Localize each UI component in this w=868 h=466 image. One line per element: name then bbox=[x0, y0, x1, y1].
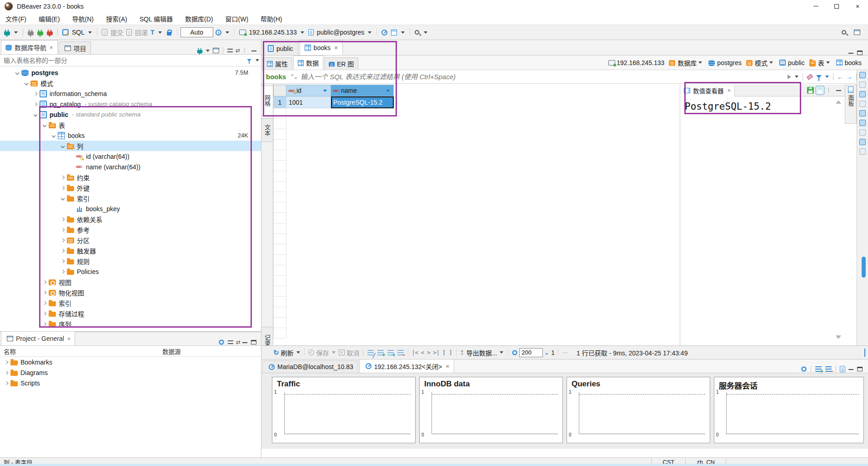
breadcrumb-dropdown-icon[interactable] bbox=[826, 61, 830, 64]
new-connection-icon[interactable] bbox=[4, 31, 10, 35]
value-viewer-tab[interactable]: 数值查看器 × bbox=[680, 85, 735, 96]
tree-item-node5[interactable]: 表 bbox=[0, 120, 261, 130]
tree-item-node22[interactable]: 索引 bbox=[0, 298, 261, 308]
sql-filter-input[interactable] bbox=[301, 73, 786, 81]
empty-row-number-cell[interactable] bbox=[273, 276, 286, 286]
breadcrumb-item-[interactable]: 表 bbox=[809, 58, 832, 67]
maximize-button[interactable] bbox=[826, 0, 847, 12]
lock-icon[interactable] bbox=[167, 32, 171, 35]
breadcrumb-item-[interactable]: 模式 bbox=[746, 58, 775, 67]
column-header-name[interactable]: 名称 bbox=[0, 347, 162, 356]
minimize-button[interactable] bbox=[805, 0, 826, 12]
export-dropdown[interactable] bbox=[500, 351, 503, 354]
dashboard-maximize-icon[interactable] bbox=[857, 367, 863, 371]
empty-row-number-cell[interactable] bbox=[273, 150, 286, 161]
cell-id[interactable]: 1001 bbox=[286, 96, 331, 108]
tx-mode-combo[interactable]: Auto bbox=[181, 27, 213, 37]
editor-maximize-icon[interactable] bbox=[857, 51, 863, 55]
goto-row-icon[interactable]: [ ] bbox=[442, 350, 452, 356]
tab-books[interactable]: books × bbox=[300, 40, 343, 55]
tree-item-idvarchar64[interactable]: id (varchar(64)) bbox=[0, 151, 261, 162]
reconnect-icon[interactable] bbox=[37, 31, 43, 35]
empty-row-number-cell[interactable] bbox=[273, 182, 286, 192]
tree-expander-icon[interactable] bbox=[59, 195, 67, 202]
tree-item-node24[interactable]: 序列 bbox=[0, 319, 261, 329]
tree-item-books_pkey[interactable]: books_pkey bbox=[0, 203, 261, 214]
view-menu-icon[interactable]: ⋮ bbox=[242, 47, 248, 54]
toolbar-search-dropdown[interactable] bbox=[424, 31, 427, 34]
close-button[interactable]: × bbox=[847, 0, 868, 12]
breadcrumb-dropdown-icon[interactable] bbox=[698, 61, 702, 64]
side-tool-icon-0[interactable] bbox=[859, 72, 866, 78]
empty-row-number-cell[interactable] bbox=[273, 161, 286, 171]
perspective-icon[interactable] bbox=[854, 30, 860, 35]
next-row-icon[interactable]: > bbox=[427, 350, 430, 356]
nav-minimize-icon[interactable] bbox=[251, 50, 256, 51]
nav-back-icon[interactable]: ← bbox=[837, 73, 843, 81]
tree-item-node1[interactable]: 模式 bbox=[0, 78, 261, 88]
collapse-all-icon[interactable] bbox=[227, 49, 233, 52]
breadcrumb-item-books[interactable]: books bbox=[836, 59, 862, 66]
side-tool-icon-5[interactable] bbox=[859, 120, 866, 126]
toolbar-search-icon[interactable] bbox=[415, 30, 419, 35]
tree-item-pg_catalog[interactable]: pg_catalog- system catalog schema bbox=[0, 99, 261, 109]
cancel-button[interactable]: 取消 bbox=[347, 348, 360, 357]
dashboard-tab-192[interactable]: 192.168.245.132<关闭> × bbox=[359, 359, 455, 373]
value-viewer-close-icon[interactable]: × bbox=[728, 87, 731, 94]
tree-expander-icon[interactable] bbox=[3, 359, 10, 366]
empty-row-number-cell[interactable] bbox=[273, 223, 286, 234]
tree-item-postgres[interactable]: postgres7.5M bbox=[0, 67, 261, 78]
save-button[interactable]: 保存 bbox=[316, 348, 329, 357]
empty-row-number-cell[interactable] bbox=[273, 244, 286, 255]
tree-expander-icon[interactable] bbox=[59, 174, 67, 181]
apply-filter-icon[interactable] bbox=[788, 75, 791, 79]
tree-item-node18[interactable]: 规则 bbox=[0, 256, 261, 266]
empty-row-number-cell[interactable] bbox=[273, 192, 286, 203]
remove-chart-icon[interactable] bbox=[825, 366, 832, 372]
tab-close-icon[interactable]: × bbox=[50, 44, 53, 51]
scroll-down-icon[interactable] bbox=[836, 335, 841, 339]
dashboard-minimize-icon[interactable] bbox=[848, 369, 853, 370]
prev-row-icon[interactable]: < bbox=[421, 350, 424, 356]
tree-expander-icon[interactable] bbox=[41, 122, 49, 129]
tree-expander-icon[interactable] bbox=[32, 90, 40, 97]
tree-item-information_schema[interactable]: information_schema bbox=[0, 88, 261, 99]
side-tool-icon-8[interactable] bbox=[859, 148, 866, 155]
global-search-icon[interactable] bbox=[842, 30, 846, 35]
empty-row-number-cell[interactable] bbox=[273, 318, 286, 328]
delete-row-icon[interactable] bbox=[397, 350, 404, 355]
dashboard-settings-icon[interactable] bbox=[801, 366, 807, 372]
tree-expander-icon[interactable] bbox=[3, 380, 10, 387]
project-tab-close-icon[interactable]: × bbox=[67, 335, 71, 342]
tree-expander-icon[interactable] bbox=[59, 237, 67, 244]
nav-new-connection-dropdown[interactable] bbox=[206, 50, 210, 52]
breadcrumb-item-postgres[interactable]: postgres bbox=[708, 59, 742, 66]
navigator-filter-input[interactable] bbox=[0, 55, 245, 66]
project-item-diagrams[interactable]: Diagrams bbox=[0, 367, 261, 378]
tree-item-node17[interactable]: 触发器 bbox=[0, 245, 261, 256]
filter-settings-dropdown[interactable] bbox=[825, 76, 829, 78]
grid-config-dropdown[interactable] bbox=[401, 31, 405, 34]
database-dropdown[interactable] bbox=[368, 31, 371, 34]
add-chart-icon[interactable] bbox=[815, 366, 822, 372]
menu-item-7[interactable]: 帮助(H) bbox=[261, 14, 282, 23]
project-settings-icon[interactable] bbox=[218, 339, 225, 345]
tree-expander-icon[interactable] bbox=[59, 216, 67, 223]
commit-button[interactable]: 提交 bbox=[110, 28, 123, 37]
sql-editor-dropdown[interactable] bbox=[88, 31, 92, 34]
save-dropdown[interactable] bbox=[332, 351, 336, 354]
project-collapse-icon[interactable] bbox=[228, 340, 233, 344]
side-tool-icon-4[interactable] bbox=[859, 110, 866, 116]
column-header-name[interactable]: name bbox=[331, 85, 394, 96]
menu-item-6[interactable]: 窗口(W) bbox=[226, 14, 249, 23]
tree-expander-icon[interactable] bbox=[50, 132, 58, 139]
side-tool-icon-2[interactable] bbox=[859, 91, 866, 97]
editor-minimize-icon[interactable] bbox=[848, 52, 853, 54]
tab-database-navigator[interactable]: 数据库导航 × bbox=[1, 40, 58, 54]
breadcrumb-dropdown-icon[interactable] bbox=[769, 61, 773, 64]
tree-expander-icon[interactable] bbox=[14, 69, 21, 76]
tree-item-node20[interactable]: 视图 bbox=[0, 277, 261, 287]
tab-projects[interactable]: 项目 bbox=[59, 41, 91, 54]
dashboard-icon[interactable] bbox=[381, 30, 387, 35]
duplicate-row-icon[interactable] bbox=[387, 350, 394, 355]
